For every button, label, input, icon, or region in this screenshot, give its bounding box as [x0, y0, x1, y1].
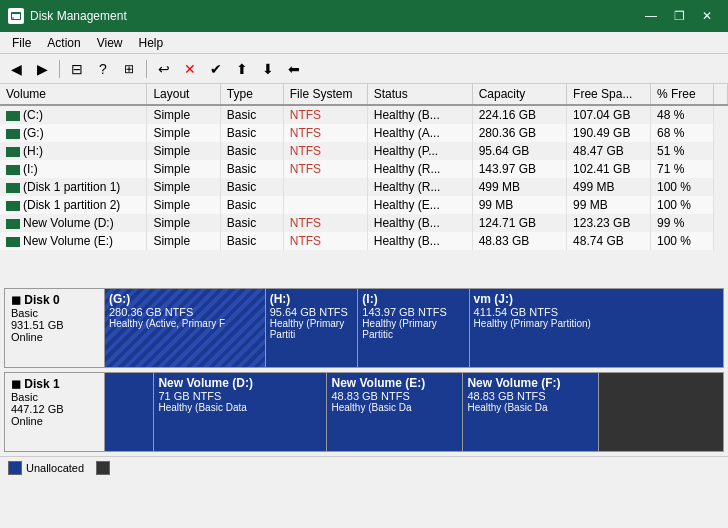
cell-status: Healthy (B...	[367, 232, 472, 250]
partition-g[interactable]: (G:) 280.36 GB NTFS Healthy (Active, Pri…	[105, 289, 266, 367]
table-row[interactable]: New Volume (E:)SimpleBasicNTFSHealthy (B…	[0, 232, 728, 250]
cell-type: Basic	[220, 178, 283, 196]
col-status: Status	[367, 84, 472, 105]
main-area: Volume Layout Type File System Status Ca…	[0, 84, 728, 528]
disk-1-partitions: New Volume (D:) 71 GB NTFS Healthy (Basi…	[105, 373, 723, 451]
cell-fs: NTFS	[283, 105, 367, 124]
table-row[interactable]: (G:)SimpleBasicNTFSHealthy (A...280.36 G…	[0, 124, 728, 142]
col-free: Free Spa...	[567, 84, 651, 105]
table-row[interactable]: (H:)SimpleBasicNTFSHealthy (P...95.64 GB…	[0, 142, 728, 160]
cell-fs: NTFS	[283, 142, 367, 160]
lower-panel: ◼ Disk 0 Basic 931.51 GB Online (G:) 280…	[0, 284, 728, 528]
cell-free: 123.23 GB	[567, 214, 651, 232]
disk-1-row: ◼ Disk 1 Basic 447.12 GB Online New Volu…	[4, 372, 724, 452]
toolbar-btn-2[interactable]: ⊞	[117, 58, 141, 80]
partition-j[interactable]: vm (J:) 411.54 GB NTFS Healthy (Primary …	[470, 289, 723, 367]
cell-status: Healthy (E...	[367, 196, 472, 214]
col-layout: Layout	[147, 84, 220, 105]
disk-0-name: ◼ Disk 0	[11, 293, 98, 307]
cell-layout: Simple	[147, 124, 220, 142]
cell-volume: (Disk 1 partition 1)	[0, 178, 147, 196]
partition-f-size: 48.83 GB NTFS	[467, 390, 594, 402]
cell-type: Basic	[220, 196, 283, 214]
toolbar-btn-delete[interactable]: ✕	[178, 58, 202, 80]
menu-help[interactable]: Help	[131, 34, 172, 52]
partition-i[interactable]: (I:) 143.97 GB NTFS Healthy (Primary Par…	[358, 289, 469, 367]
cell-volume: (G:)	[0, 124, 147, 142]
partition-i-status: Healthy (Primary Partitic	[362, 318, 464, 340]
partition-h-size: 95.64 GB NTFS	[270, 306, 354, 318]
menu-bar: File Action View Help	[0, 32, 728, 54]
disk-0-row: ◼ Disk 0 Basic 931.51 GB Online (G:) 280…	[4, 288, 724, 368]
table-row[interactable]: (I:)SimpleBasicNTFSHealthy (R...143.97 G…	[0, 160, 728, 178]
partition-h-status: Healthy (Primary Partiti	[270, 318, 354, 340]
toolbar-btn-check[interactable]: ✔	[204, 58, 228, 80]
partition-d-status: Healthy (Basic Data	[158, 402, 322, 413]
table-row[interactable]: (Disk 1 partition 1)SimpleBasicHealthy (…	[0, 178, 728, 196]
cell-layout: Simple	[147, 105, 220, 124]
cell-layout: Simple	[147, 214, 220, 232]
cell-type: Basic	[220, 214, 283, 232]
partition-unalloc[interactable]	[599, 373, 723, 451]
legend-allocated: Unallocated	[8, 461, 84, 475]
cell-fs	[283, 178, 367, 196]
toolbar-btn-up[interactable]: ⬆	[230, 58, 254, 80]
cell-type: Basic	[220, 105, 283, 124]
toolbar-btn-down[interactable]: ⬇	[256, 58, 280, 80]
app-icon	[8, 8, 24, 24]
partition-e[interactable]: New Volume (E:) 48.83 GB NTFS Healthy (B…	[327, 373, 463, 451]
partition-g-status: Healthy (Active, Primary F	[109, 318, 261, 329]
table-row[interactable]: New Volume (D:)SimpleBasicNTFSHealthy (B…	[0, 214, 728, 232]
close-button[interactable]: ✕	[694, 6, 720, 26]
partition-d-size: 71 GB NTFS	[158, 390, 322, 402]
menu-action[interactable]: Action	[39, 34, 88, 52]
toolbar-sep-2	[146, 60, 147, 78]
menu-file[interactable]: File	[4, 34, 39, 52]
toolbar-btn-1[interactable]: ⊟	[65, 58, 89, 80]
table-row[interactable]: (Disk 1 partition 2)SimpleBasicHealthy (…	[0, 196, 728, 214]
disk-1-type: Basic	[11, 391, 98, 403]
cell-capacity: 499 MB	[472, 178, 566, 196]
toolbar: ◀ ▶ ⊟ ? ⊞ ↩ ✕ ✔ ⬆ ⬇ ⬅	[0, 54, 728, 84]
disk-1-label: ◼ Disk 1 Basic 447.12 GB Online	[5, 373, 105, 451]
cell-pct: 51 %	[651, 142, 714, 160]
back-button[interactable]: ◀	[4, 58, 28, 80]
cell-free: 102.41 GB	[567, 160, 651, 178]
col-volume: Volume	[0, 84, 147, 105]
partition-f[interactable]: New Volume (F:) 48.83 GB NTFS Healthy (B…	[463, 373, 599, 451]
partition-h[interactable]: (H:) 95.64 GB NTFS Healthy (Primary Part…	[266, 289, 359, 367]
cell-pct: 100 %	[651, 232, 714, 250]
cell-status: Healthy (R...	[367, 178, 472, 196]
restore-button[interactable]: ❐	[666, 6, 692, 26]
volume-table: Volume Layout Type File System Status Ca…	[0, 84, 728, 250]
cell-fs: NTFS	[283, 160, 367, 178]
disk-0-partitions: (G:) 280.36 GB NTFS Healthy (Active, Pri…	[105, 289, 723, 367]
table-row[interactable]: (C:)SimpleBasicNTFSHealthy (B...224.16 G…	[0, 105, 728, 124]
toolbar-btn-help[interactable]: ?	[91, 58, 115, 80]
partition-j-size: 411.54 GB NTFS	[474, 306, 719, 318]
legend-unalloc-label	[114, 462, 117, 474]
legend: Unallocated	[0, 456, 728, 479]
partition-p1[interactable]	[105, 373, 154, 451]
cell-free: 48.74 GB	[567, 232, 651, 250]
toolbar-btn-left[interactable]: ⬅	[282, 58, 306, 80]
legend-unalloc-box	[96, 461, 110, 475]
minimize-button[interactable]: —	[638, 6, 664, 26]
toolbar-btn-3[interactable]: ↩	[152, 58, 176, 80]
col-fs: File System	[283, 84, 367, 105]
disk-1-status: Online	[11, 415, 98, 427]
disk-0-size: 931.51 GB	[11, 319, 98, 331]
partition-j-name: vm (J:)	[474, 292, 719, 306]
cell-status: Healthy (A...	[367, 124, 472, 142]
cell-free: 48.47 GB	[567, 142, 651, 160]
forward-button[interactable]: ▶	[30, 58, 54, 80]
cell-capacity: 99 MB	[472, 196, 566, 214]
disk-0-status: Online	[11, 331, 98, 343]
cell-volume: New Volume (D:)	[0, 214, 147, 232]
cell-fs	[283, 196, 367, 214]
partition-d[interactable]: New Volume (D:) 71 GB NTFS Healthy (Basi…	[154, 373, 327, 451]
cell-fs: NTFS	[283, 232, 367, 250]
partition-g-size: 280.36 GB NTFS	[109, 306, 261, 318]
menu-view[interactable]: View	[89, 34, 131, 52]
cell-fs: NTFS	[283, 214, 367, 232]
